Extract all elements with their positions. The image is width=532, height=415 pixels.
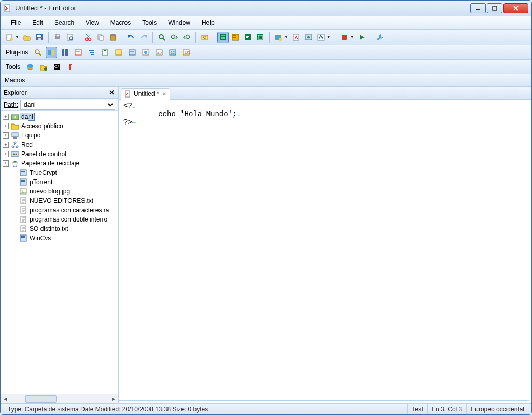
copy-icon[interactable] [95, 32, 106, 43]
tools-icon[interactable] [374, 32, 386, 43]
record-macro-icon[interactable] [339, 32, 350, 43]
maximize-button[interactable] [487, 3, 502, 13]
tree-item[interactable]: WinCvs [1, 233, 118, 243]
tree-expander-icon[interactable]: + [3, 132, 9, 139]
svg-point-6 [10, 38, 13, 41]
plugin-outline-icon[interactable] [86, 47, 97, 58]
redo-icon[interactable] [138, 32, 149, 43]
scroll-left-icon[interactable]: ◂ [1, 395, 10, 403]
find-prev-icon[interactable] [181, 32, 192, 43]
paste-icon[interactable] [107, 32, 119, 43]
minimize-button[interactable] [470, 3, 486, 13]
plugin-wordcomplete-icon[interactable]: ab [153, 47, 165, 58]
titlebar[interactable]: Untitled * - EmEditor [1, 1, 531, 16]
menu-edit[interactable]: Edit [27, 18, 48, 28]
tree-item[interactable]: +Acceso público [1, 121, 118, 131]
tree-item[interactable]: +Papelera de reciclaje [1, 159, 118, 168]
plugin-wordcount-icon[interactable]: 12 [167, 47, 178, 58]
svg-rect-50 [65, 49, 68, 56]
new-doc-dropdown[interactable]: ▼ [15, 35, 19, 39]
open-icon[interactable] [21, 32, 33, 43]
tree-expander-icon[interactable]: + [3, 123, 9, 129]
menu-search[interactable]: Search [49, 18, 79, 28]
tree-item[interactable]: programas con caracteres ra [1, 205, 118, 215]
preview-icon[interactable] [64, 32, 76, 43]
menu-view[interactable]: View [80, 18, 104, 28]
tree-item[interactable]: nuevo blog.jpg [1, 187, 118, 196]
path-label: Path: [4, 101, 18, 108]
menu-tools[interactable]: Tools [137, 18, 162, 28]
plugin-explorer-icon[interactable] [32, 47, 44, 58]
tree-item[interactable]: +Equipo [1, 131, 118, 140]
config-icon[interactable] [273, 32, 284, 43]
plugin-findbar-icon[interactable] [59, 47, 71, 58]
plugin-webpreview-icon[interactable] [140, 47, 151, 58]
tree-item-label: Panel de control [20, 150, 67, 158]
tool-explorer-icon[interactable] [38, 61, 49, 73]
menu-file[interactable]: File [6, 18, 26, 28]
editor-textarea[interactable]: <?↓ echo 'Hola Mundo';↓ ?>← [119, 100, 529, 401]
tree-expander-icon[interactable]: + [3, 160, 9, 167]
menu-macros[interactable]: Macros [105, 18, 136, 28]
tree-expander-icon [11, 235, 17, 241]
wrap-page-icon[interactable] [242, 32, 254, 43]
tool-cmd-icon[interactable]: C:\ [51, 61, 63, 73]
tool-custom-icon[interactable] [65, 61, 76, 73]
find-icon[interactable] [156, 32, 167, 43]
save-icon[interactable] [34, 32, 45, 43]
marks-icon[interactable] [315, 32, 327, 43]
plugin-diff-icon[interactable] [46, 47, 57, 58]
tool-ie-icon[interactable] [24, 61, 36, 73]
plugin-projects-icon[interactable] [100, 47, 111, 58]
tree-item[interactable]: +Panel de control [1, 149, 118, 159]
plugins-toolbar: Plug-ins ab 12 123 [1, 45, 531, 60]
explorer-hscrollbar[interactable]: ◂ ▸ [1, 394, 118, 403]
menu-help[interactable]: Help [197, 18, 220, 28]
find-next-icon[interactable] [169, 32, 180, 43]
tree-expander-icon[interactable]: + [3, 151, 9, 157]
macros-label: Macros [5, 77, 25, 84]
explorer-tree[interactable]: +dani+Acceso público+Equipo+Red+Panel de… [1, 111, 118, 394]
cut-icon[interactable] [82, 32, 94, 43]
tree-item[interactable]: +dani [1, 112, 118, 121]
menu-window[interactable]: Window [163, 18, 195, 28]
tree-item[interactable]: NUEVO EDITORES.txt [1, 196, 118, 205]
record-macro-dropdown[interactable]: ▼ [350, 35, 354, 39]
tree-item[interactable]: SO distinto.txt [1, 224, 118, 233]
close-button[interactable] [503, 3, 528, 13]
plugin-search-icon[interactable] [113, 47, 124, 58]
scroll-right-icon[interactable]: ▸ [109, 395, 118, 403]
plugin-htmlbar-icon[interactable] [73, 47, 84, 58]
undo-icon[interactable] [125, 32, 137, 43]
properties-icon[interactable] [290, 32, 302, 43]
tree-item[interactable]: TrueCrypt [1, 168, 118, 177]
scroll-thumb[interactable] [25, 395, 57, 403]
config-dropdown[interactable]: ▼ [284, 35, 288, 39]
tree-item[interactable]: +Red [1, 140, 118, 149]
tree-item[interactable]: programas con doble interro [1, 215, 118, 224]
svg-rect-48 [52, 50, 54, 55]
tree-expander-icon[interactable]: + [3, 142, 9, 148]
marks-dropdown[interactable]: ▼ [327, 35, 331, 39]
tree-item-label: Equipo [20, 132, 41, 139]
svg-rect-88 [21, 171, 25, 172]
plugin-extra-icon[interactable]: 123 [180, 47, 192, 58]
tab-untitled[interactable]: Untitled * ✕ [121, 88, 170, 100]
tree-expander-icon[interactable]: + [3, 114, 9, 120]
customize-icon[interactable] [303, 32, 314, 43]
wrap-none-icon[interactable] [217, 32, 229, 43]
tree-item[interactable]: µTorrent [1, 177, 118, 187]
run-macro-icon[interactable] [356, 32, 368, 43]
new-doc-icon[interactable] [4, 32, 15, 43]
svg-point-39 [279, 38, 282, 41]
path-select[interactable]: dani [20, 100, 115, 110]
wrap-window-icon[interactable] [230, 32, 241, 43]
plugin-snippets-icon[interactable] [127, 47, 138, 58]
print-icon[interactable] [52, 32, 63, 43]
inc-search-icon[interactable] [199, 32, 211, 43]
svg-rect-56 [103, 49, 107, 56]
svg-text:C:\: C:\ [54, 65, 59, 68]
wrap-margin-icon[interactable] [255, 32, 266, 43]
tab-close-icon[interactable]: ✕ [162, 91, 166, 97]
explorer-close-icon[interactable]: ✕ [108, 89, 115, 96]
